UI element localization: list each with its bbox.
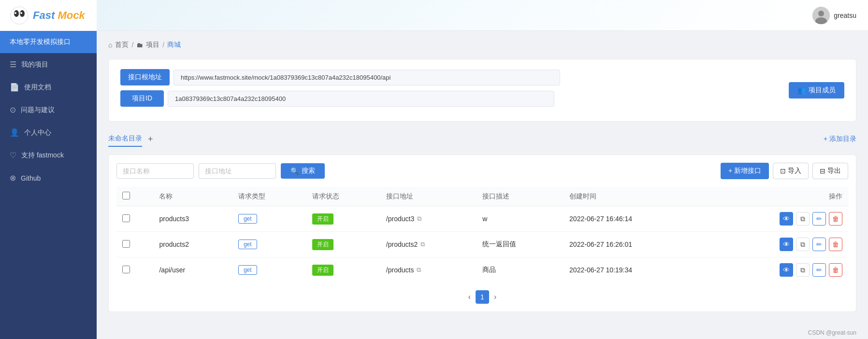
cell-desc-0: w — [477, 206, 564, 232]
logo-text: Fast Mock — [33, 9, 85, 22]
current-page: 1 — [476, 290, 489, 304]
row-checkbox-2[interactable] — [122, 266, 130, 273]
doc-icon: 📄 — [10, 83, 19, 92]
edit-button-2[interactable]: ✏ — [812, 263, 826, 277]
delete-button-2[interactable]: 🗑 — [829, 263, 842, 277]
select-all-checkbox[interactable] — [122, 192, 130, 199]
delete-button-1[interactable]: 🗑 — [829, 238, 842, 251]
project-id-row: 项目ID 1a08379369c13c807a4a232c18095400 — [120, 90, 844, 107]
footer: CSDN @great-sun — [97, 326, 868, 339]
sidebar: Fast Mock 本地零开发模拟接口 ☰ 我的项目 📄 使用文档 ⊙ 问题与建… — [0, 0, 97, 339]
members-button[interactable]: 👥 项目成员 — [789, 82, 844, 99]
table-row: products2 get 开启 /products2 ⧉ 统一返回值 2022… — [116, 232, 848, 257]
sidebar-item-my-projects[interactable]: ☰ 我的项目 — [0, 53, 97, 76]
issue-icon: ⊙ — [10, 105, 16, 114]
project-icon: 🖿 — [136, 41, 143, 49]
edit-button-1[interactable]: ✏ — [812, 238, 826, 251]
cell-created-2: 2022-06-27 10:19:34 — [564, 257, 706, 283]
home-icon: ⌂ — [108, 41, 112, 49]
row-checkbox-0[interactable] — [122, 214, 130, 222]
cell-created-1: 2022-06-27 16:26:01 — [564, 232, 706, 257]
cell-desc-1: 统一返回值 — [477, 232, 564, 257]
col-status: 请求状态 — [306, 187, 380, 206]
sidebar-item-issues[interactable]: ⊙ 问题与建议 — [0, 99, 97, 121]
cell-name-2: /api/user — [153, 257, 232, 283]
list-icon: ☰ — [10, 60, 16, 69]
tab-add-button[interactable]: + — [148, 135, 153, 143]
svg-point-0 — [11, 7, 28, 24]
main-area: greatsu ⌂ 首页 / 🖿 项目 / 商城 接口根地址 https://w… — [97, 0, 868, 339]
search-bar: 🔍 搜索 + 新增接口 ⊡ 导入 ⊟ 导出 — [116, 163, 848, 179]
sidebar-item-github[interactable]: ⊗ Github — [0, 167, 97, 189]
next-page-button[interactable]: › — [494, 293, 496, 301]
api-root-row: 接口根地址 https://www.fastmock.site/mock/1a0… — [120, 69, 844, 85]
sidebar-item-support[interactable]: ♡ 支持 fastmock — [0, 144, 97, 167]
breadcrumb-projects[interactable]: 项目 — [146, 41, 159, 49]
delete-button-0[interactable]: 🗑 — [829, 212, 842, 226]
project-id-label: 项目ID — [120, 90, 164, 107]
sidebar-item-label: 使用文档 — [24, 83, 51, 92]
copy-path-icon-1[interactable]: ⧉ — [420, 240, 425, 248]
search-button[interactable]: 🔍 搜索 — [281, 163, 325, 179]
svg-point-3 — [14, 12, 16, 14]
copy-path-icon-0[interactable]: ⧉ — [417, 215, 421, 223]
sidebar-item-label: 问题与建议 — [21, 106, 55, 114]
table-row: products3 get 开启 /product3 ⧉ w 2022-06-2… — [116, 206, 848, 232]
view-button-0[interactable]: 👁 — [780, 212, 793, 226]
cell-method-1: get — [232, 232, 306, 257]
api-table: 名称 请求类型 请求状态 接口地址 接口描述 创建时间 操作 products3… — [116, 187, 848, 282]
edit-button-0[interactable]: ✏ — [812, 212, 826, 226]
info-box: 接口根地址 https://www.fastmock.site/mock/1a0… — [108, 59, 856, 122]
user-group-icon: 👥 — [797, 86, 806, 94]
view-button-1[interactable]: 👁 — [780, 238, 793, 251]
table-row: /api/user get 开启 /products ⧉ 商品 2022-06-… — [116, 257, 848, 283]
export-button[interactable]: ⊟ 导出 — [812, 163, 848, 179]
search-icon: 🔍 — [290, 167, 299, 175]
sidebar-item-local[interactable]: 本地零开发模拟接口 — [0, 31, 97, 53]
sidebar-item-label: 我的项目 — [21, 60, 48, 69]
breadcrumb-current[interactable]: 商城 — [167, 41, 181, 49]
import-icon: ⊡ — [780, 167, 786, 175]
tabs-area: 未命名目录 + + 添加目录 — [108, 131, 856, 147]
tab-unnamed-dir[interactable]: 未命名目录 — [108, 131, 142, 147]
sidebar-item-profile[interactable]: 👤 个人中心 — [0, 121, 97, 144]
sidebar-item-docs[interactable]: 📄 使用文档 — [0, 76, 97, 99]
col-actions: 操作 — [706, 187, 848, 206]
content: ⌂ 首页 / 🖿 项目 / 商城 接口根地址 https://www.fastm… — [97, 31, 868, 326]
cell-name-1: products2 — [153, 232, 232, 257]
copy-button-0[interactable]: ⧉ — [796, 212, 810, 226]
col-method: 请求类型 — [232, 187, 306, 206]
row-checkbox-1[interactable] — [122, 240, 130, 248]
cell-status-2: 开启 — [306, 257, 380, 283]
sidebar-logo: Fast Mock — [0, 0, 97, 31]
copy-button-1[interactable]: ⧉ — [796, 238, 810, 251]
cell-path-2: /products ⧉ — [380, 257, 477, 283]
cell-created-0: 2022-06-27 16:46:14 — [564, 206, 706, 232]
prev-page-button[interactable]: ‹ — [468, 293, 471, 301]
export-icon: ⊟ — [820, 167, 825, 175]
header-user[interactable]: greatsu — [812, 7, 856, 24]
col-created: 创建时间 — [564, 187, 706, 206]
search-name-input[interactable] — [116, 163, 194, 179]
view-button-2[interactable]: 👁 — [780, 263, 793, 277]
breadcrumb: ⌂ 首页 / 🖿 项目 / 商城 — [108, 41, 856, 49]
import-button[interactable]: ⊡ 导入 — [773, 163, 809, 179]
search-url-input[interactable] — [199, 163, 276, 179]
copy-path-icon-2[interactable]: ⧉ — [417, 266, 421, 274]
api-root-label: 接口根地址 — [120, 69, 170, 85]
copy-button-2[interactable]: ⧉ — [796, 263, 810, 277]
cell-name-0: products3 — [153, 206, 232, 232]
cell-path-0: /product3 ⧉ — [380, 206, 477, 232]
api-root-value: https://www.fastmock.site/mock/1a0837936… — [174, 70, 560, 85]
breadcrumb-home[interactable]: 首页 — [115, 41, 129, 49]
breadcrumb-sep1: / — [131, 41, 133, 49]
col-checkbox — [116, 187, 153, 206]
cell-actions-0: 👁 ⧉ ✏ 🗑 — [706, 206, 848, 232]
sidebar-item-label: 支持 fastmock — [21, 151, 64, 160]
cell-path-1: /products2 ⧉ — [380, 232, 477, 257]
members-label: 项目成员 — [809, 86, 836, 95]
add-dir-button[interactable]: + 添加目录 — [824, 135, 856, 143]
person-icon: 👤 — [10, 128, 19, 137]
new-api-button[interactable]: + 新增接口 — [721, 163, 769, 179]
logo-icon — [10, 6, 29, 25]
